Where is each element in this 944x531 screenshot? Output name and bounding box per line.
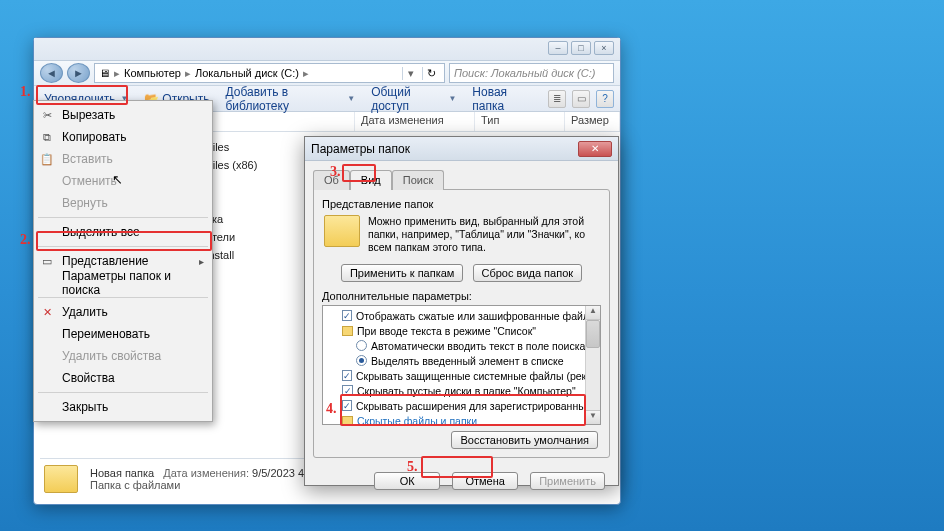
folder-icon bbox=[44, 465, 78, 493]
scrollbar[interactable]: ▲ ▼ bbox=[585, 306, 600, 424]
organize-menu: ✂Вырезать ⧉Копировать 📋Вставить Отменить… bbox=[33, 100, 213, 422]
radio-icon[interactable] bbox=[356, 340, 367, 351]
apply-button: Применить bbox=[530, 472, 605, 490]
marker-1: 1. bbox=[20, 85, 31, 99]
menu-undo: Отменить bbox=[34, 170, 212, 192]
scroll-thumb[interactable] bbox=[586, 320, 600, 348]
new-folder-button[interactable]: Новая папка bbox=[468, 83, 540, 115]
breadcrumb-computer[interactable]: Компьютер bbox=[124, 67, 181, 79]
breadcrumb-drive[interactable]: Локальный диск (С:) bbox=[195, 67, 299, 79]
folder-icon bbox=[342, 326, 353, 336]
marker-3: 3. bbox=[330, 165, 341, 179]
minimize-button[interactable]: – bbox=[548, 41, 568, 55]
copy-icon: ⧉ bbox=[40, 131, 54, 144]
search-input[interactable]: Поиск: Локальный диск (С:) bbox=[449, 63, 614, 83]
view-mode-icon[interactable]: ≣ bbox=[548, 90, 566, 108]
titlebar: – □ × bbox=[34, 38, 620, 61]
computer-icon: 🖥 bbox=[99, 67, 110, 79]
advanced-label: Дополнительные параметры: bbox=[322, 290, 601, 302]
maximize-button[interactable]: □ bbox=[571, 41, 591, 55]
folder-options-dialog: Параметры папок ✕ Об Вид Поиск Представл… bbox=[304, 136, 619, 486]
marker-4: 4. bbox=[326, 402, 337, 416]
reset-folders-button[interactable]: Сброс вида папок bbox=[473, 264, 583, 282]
add-to-library-button[interactable]: Добавить в библиотеку bbox=[221, 83, 359, 115]
radio-icon[interactable] bbox=[356, 355, 367, 366]
menu-folder-options[interactable]: Параметры папок и поиска bbox=[34, 272, 212, 294]
menu-copy[interactable]: ⧉Копировать bbox=[34, 126, 212, 148]
refresh-icon[interactable]: ↻ bbox=[422, 67, 440, 80]
col-size[interactable]: Размер bbox=[565, 112, 620, 131]
apply-to-folders-button[interactable]: Применить к папкам bbox=[341, 264, 464, 282]
marker-5: 5. bbox=[407, 460, 418, 474]
cut-icon: ✂ bbox=[40, 109, 54, 122]
menu-remove-props: Удалить свойства bbox=[34, 345, 212, 367]
delete-icon: ✕ bbox=[40, 306, 54, 319]
dialog-titlebar: Параметры папок ✕ bbox=[305, 137, 618, 161]
tab-view[interactable]: Вид bbox=[350, 170, 392, 190]
menu-redo: Вернуть bbox=[34, 192, 212, 214]
share-button[interactable]: Общий доступ bbox=[367, 83, 460, 115]
back-button[interactable]: ◄ bbox=[40, 63, 63, 83]
checkbox-icon[interactable]: ✓ bbox=[342, 385, 353, 396]
folder-views-text: Можно применить вид, выбранный для этой … bbox=[368, 215, 599, 254]
scroll-down-icon[interactable]: ▼ bbox=[586, 410, 600, 424]
cancel-button[interactable]: Отмена bbox=[452, 472, 518, 490]
folder-views-label: Представление папок bbox=[322, 198, 601, 210]
menu-rename[interactable]: Переименовать bbox=[34, 323, 212, 345]
folder-icon bbox=[342, 416, 353, 426]
checkbox-icon[interactable]: ✓ bbox=[342, 310, 352, 321]
ok-button[interactable]: ОК bbox=[374, 472, 440, 490]
advanced-settings-list[interactable]: ✓Отображать сжатые или зашифрованные фай… bbox=[322, 305, 601, 425]
forward-button[interactable]: ► bbox=[67, 63, 90, 83]
preview-pane-icon[interactable]: ▭ bbox=[572, 90, 590, 108]
tab-search[interactable]: Поиск bbox=[392, 170, 444, 190]
col-date[interactable]: Дата изменения bbox=[355, 112, 475, 131]
status-type: Папка с файлами bbox=[90, 479, 339, 491]
address-bar[interactable]: 🖥 ▸ Компьютер ▸ Локальный диск (С:) ▸ ▾ … bbox=[94, 63, 445, 83]
folder-views-icon bbox=[324, 215, 360, 247]
cursor-icon: ↖ bbox=[112, 172, 123, 187]
checkbox-icon[interactable]: ✓ bbox=[342, 370, 352, 381]
menu-select-all[interactable]: Выделить все bbox=[34, 221, 212, 243]
status-name: Новая папка bbox=[90, 467, 154, 479]
scroll-up-icon[interactable]: ▲ bbox=[586, 306, 600, 320]
close-button[interactable]: × bbox=[594, 41, 614, 55]
col-type[interactable]: Тип bbox=[475, 112, 565, 131]
marker-2: 2. bbox=[20, 233, 31, 247]
menu-cut[interactable]: ✂Вырезать bbox=[34, 104, 212, 126]
layout-icon: ▭ bbox=[40, 255, 54, 268]
dialog-close-button[interactable]: ✕ bbox=[578, 141, 612, 157]
help-icon[interactable]: ? bbox=[596, 90, 614, 108]
dialog-title: Параметры папок bbox=[311, 142, 410, 156]
menu-delete[interactable]: ✕Удалить bbox=[34, 301, 212, 323]
address-drop-icon[interactable]: ▾ bbox=[402, 67, 418, 80]
paste-icon: 📋 bbox=[40, 153, 54, 166]
menu-close[interactable]: Закрыть bbox=[34, 396, 212, 418]
menu-properties[interactable]: Свойства bbox=[34, 367, 212, 389]
menu-paste: 📋Вставить bbox=[34, 148, 212, 170]
restore-defaults-button[interactable]: Восстановить умолчания bbox=[451, 431, 598, 449]
checkbox-icon[interactable]: ✓ bbox=[342, 400, 352, 411]
